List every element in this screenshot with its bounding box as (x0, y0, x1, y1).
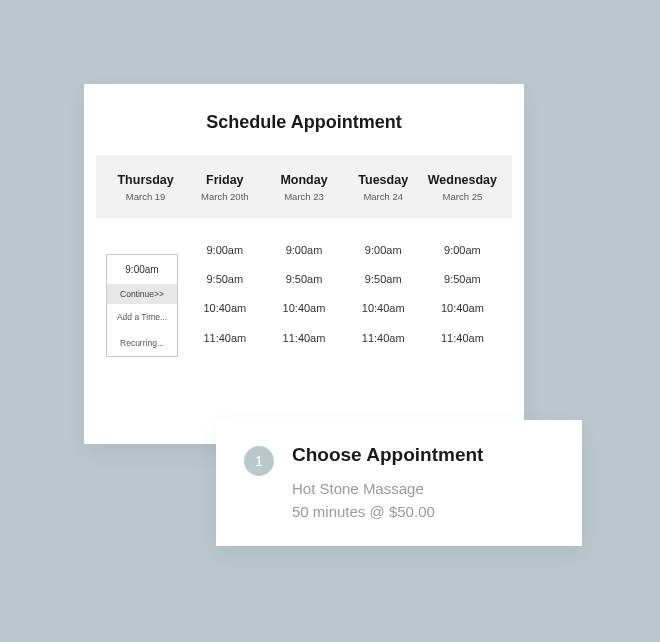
time-slot[interactable]: 9:50am (185, 265, 264, 294)
date-day-label: Wednesday (423, 173, 502, 187)
choose-appointment-card: 1 Choose Appointment Hot Stone Massage 5… (216, 420, 582, 546)
time-slot[interactable]: 11:40am (185, 324, 264, 353)
date-day-label: Thursday (106, 173, 185, 187)
time-col-friday: 9:00am 9:50am 10:40am 11:40am (185, 236, 264, 353)
date-day-sub: March 24 (344, 191, 423, 202)
schedule-title: Schedule Appointment (84, 112, 524, 133)
date-col-friday[interactable]: Friday March 20th (185, 173, 264, 202)
date-day-label: Friday (185, 173, 264, 187)
service-details: 50 minutes @ $50.00 (292, 501, 483, 524)
time-col-wednesday: 9:00am 9:50am 10:40am 11:40am (423, 236, 502, 353)
date-day-sub: March 23 (264, 191, 343, 202)
date-day-sub: March 19 (106, 191, 185, 202)
service-name: Hot Stone Massage (292, 478, 483, 501)
time-slot[interactable]: 9:00am (185, 236, 264, 265)
date-header: Thursday March 19 Friday March 20th Mond… (96, 155, 512, 218)
time-slot[interactable]: 10:40am (185, 294, 264, 323)
time-slot[interactable]: 9:50am (423, 265, 502, 294)
time-col-monday: 9:00am 9:50am 10:40am 11:40am (264, 236, 343, 353)
time-slot[interactable]: 9:50am (344, 265, 423, 294)
continue-button[interactable]: Continue>> (107, 284, 177, 304)
time-slot[interactable]: 9:00am (264, 236, 343, 265)
time-slot[interactable]: 10:40am (344, 294, 423, 323)
time-slot[interactable]: 11:40am (264, 324, 343, 353)
time-slot[interactable]: 10:40am (423, 294, 502, 323)
date-col-thursday[interactable]: Thursday March 19 (106, 173, 185, 202)
date-day-label: Monday (264, 173, 343, 187)
date-col-tuesday[interactable]: Tuesday March 24 (344, 173, 423, 202)
add-time-button[interactable]: Add a Time... (107, 304, 177, 330)
date-col-wednesday[interactable]: Wednesday March 25 (423, 173, 502, 202)
choose-body: Choose Appointment Hot Stone Massage 50 … (292, 444, 483, 523)
time-slot[interactable]: 9:00am (423, 236, 502, 265)
time-slot[interactable]: 11:40am (344, 324, 423, 353)
date-day-sub: March 25 (423, 191, 502, 202)
step-badge: 1 (244, 446, 274, 476)
recurring-button[interactable]: Recurring... (107, 330, 177, 356)
time-popover: 9:00am Continue>> Add a Time... Recurrin… (106, 254, 178, 357)
time-slot[interactable]: 11:40am (423, 324, 502, 353)
time-slot[interactable]: 9:00am (344, 236, 423, 265)
date-day-sub: March 20th (185, 191, 264, 202)
popover-selected-time: 9:00am (107, 255, 177, 284)
time-slot[interactable]: 10:40am (264, 294, 343, 323)
time-col-tuesday: 9:00am 9:50am 10:40am 11:40am (344, 236, 423, 353)
choose-title: Choose Appointment (292, 444, 483, 466)
date-col-monday[interactable]: Monday March 23 (264, 173, 343, 202)
date-day-label: Tuesday (344, 173, 423, 187)
time-slot[interactable]: 9:50am (264, 265, 343, 294)
